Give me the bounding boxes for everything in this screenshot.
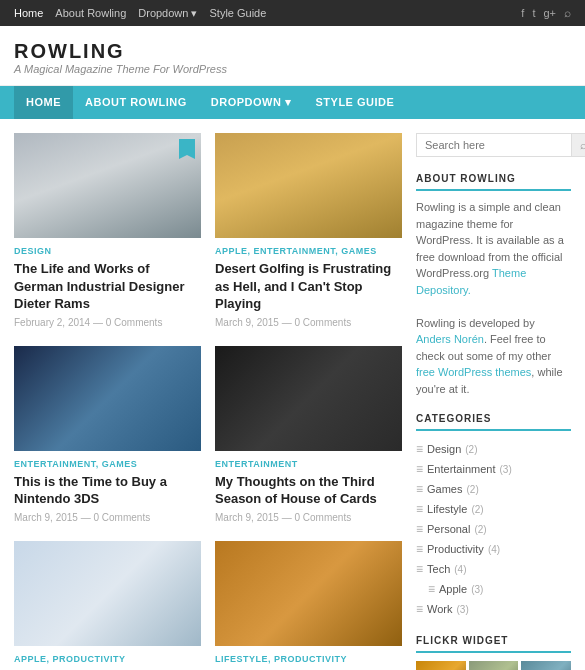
post-thumb-1[interactable] [14,133,201,238]
cat-lifestyle: Lifestyle (2) [416,499,571,519]
flickr-title: FLICKR WIDGET [416,635,571,653]
sidebar-flickr: FLICKR WIDGET [416,635,571,670]
free-themes-link[interactable]: free WordPress themes [416,366,531,378]
about-text: Rowling is a simple and clean magazine t… [416,199,571,397]
post-title-4[interactable]: My Thoughts on the Third Season of House… [215,473,402,508]
about-title: ABOUT ROWLING [416,173,571,191]
search-button[interactable]: ⌕ [572,133,585,157]
search-input[interactable] [416,133,572,157]
post-title-2[interactable]: Desert Golfing is Frustrating as Hell, a… [215,260,402,313]
cat-tech-link[interactable]: Tech [427,563,450,575]
cat-productivity-link[interactable]: Productivity [427,543,484,555]
bookmark-icon-1 [179,139,195,159]
main-content: DESIGN The Life and Works of German Indu… [14,133,402,670]
post-card-5: APPLE, PRODUCTIVITY How I Learned to Sto… [14,541,201,670]
post-card-6: LIFESTYLE, PRODUCTIVITY Review: The Erne… [215,541,402,670]
categories-title: CATEGORIES [416,413,571,431]
topnav-home[interactable]: Home [14,7,43,20]
post-meta-1: February 2, 2014 — 0 Comments [14,317,201,328]
nav-style-guide[interactable]: STYLE GUIDE [304,86,407,119]
post-meta-3: March 9, 2015 — 0 Comments [14,512,201,523]
nav-dropdown[interactable]: DROPDOWN ▾ [199,86,304,119]
post-title-3[interactable]: This is the Time to Buy a Nintendo 3DS [14,473,201,508]
topnav-dropdown[interactable]: Dropdown ▾ [138,7,197,20]
top-bar: Home About Rowling Dropdown ▾ Style Guid… [0,0,585,26]
post-meta-4: March 9, 2015 — 0 Comments [215,512,402,523]
cat-personal: Personal (2) [416,519,571,539]
theme-depository-link[interactable]: Theme Depository. [416,267,526,296]
post-category-1: DESIGN [14,246,201,256]
twitter-icon[interactable]: t [532,7,535,19]
content-area: DESIGN The Life and Works of German Indu… [0,119,585,670]
googleplus-icon[interactable]: g+ [543,7,556,19]
cat-games: Games (2) [416,479,571,499]
cat-entertainment-link[interactable]: Entertainment [427,463,495,475]
sidebar: ⌕ ABOUT ROWLING Rowling is a simple and … [416,133,571,670]
cat-lifestyle-link[interactable]: Lifestyle [427,503,467,515]
flickr-thumb-3[interactable] [521,661,571,670]
site-title: ROWLING [14,40,571,63]
cat-productivity: Productivity (4) [416,539,571,559]
cat-apple-link[interactable]: Apple [439,583,467,595]
cat-design-link[interactable]: Design [427,443,461,455]
post-category-3: ENTERTAINMENT, GAMES [14,459,201,469]
post-meta-2: March 9, 2015 — 0 Comments [215,317,402,328]
cat-entertainment: Entertainment (3) [416,459,571,479]
post-thumb-4[interactable] [215,346,402,451]
post-thumb-3[interactable] [14,346,201,451]
site-header: ROWLING A Magical Magazine Theme For Wor… [0,26,585,86]
cat-design: Design (2) [416,439,571,459]
category-list: Design (2) Entertainment (3) Games (2) L… [416,439,571,619]
top-bar-social: f t g+ ⌕ [521,6,571,20]
flickr-thumb-1[interactable] [416,661,466,670]
facebook-icon[interactable]: f [521,7,524,19]
sidebar-search: ⌕ [416,133,571,157]
post-thumb-2[interactable] [215,133,402,238]
cat-work: Work (3) [416,599,571,619]
post-category-5: APPLE, PRODUCTIVITY [14,654,201,664]
topnav-about[interactable]: About Rowling [55,7,126,20]
main-nav: HOME ABOUT ROWLING DROPDOWN ▾ STYLE GUID… [0,86,585,119]
anders-link[interactable]: Anders Norén [416,333,484,345]
nav-home[interactable]: HOME [14,86,73,119]
cat-personal-link[interactable]: Personal [427,523,470,535]
post-card-2: APPLE, ENTERTAINMENT, GAMES Desert Golfi… [215,133,402,328]
post-thumb-5[interactable] [14,541,201,646]
flickr-grid [416,661,571,670]
post-card-3: ENTERTAINMENT, GAMES This is the Time to… [14,346,201,523]
post-card-1: DESIGN The Life and Works of German Indu… [14,133,201,328]
site-tagline: A Magical Magazine Theme For WordPress [14,63,571,75]
cat-games-link[interactable]: Games [427,483,462,495]
post-title-1[interactable]: The Life and Works of German Industrial … [14,260,201,313]
cat-tech: Tech (4) [416,559,571,579]
post-grid: DESIGN The Life and Works of German Indu… [14,133,402,670]
post-category-4: ENTERTAINMENT [215,459,402,469]
flickr-thumb-2[interactable] [469,661,519,670]
cat-work-link[interactable]: Work [427,603,452,615]
post-category-6: LIFESTYLE, PRODUCTIVITY [215,654,402,664]
sidebar-categories: CATEGORIES Design (2) Entertainment (3) … [416,413,571,619]
sidebar-about: ABOUT ROWLING Rowling is a simple and cl… [416,173,571,397]
topnav-style[interactable]: Style Guide [209,7,266,20]
nav-about[interactable]: ABOUT ROWLING [73,86,199,119]
search-icon[interactable]: ⌕ [564,6,571,20]
top-bar-nav: Home About Rowling Dropdown ▾ Style Guid… [14,7,266,20]
post-category-2: APPLE, ENTERTAINMENT, GAMES [215,246,402,256]
post-thumb-6[interactable] [215,541,402,646]
post-card-4: ENTERTAINMENT My Thoughts on the Third S… [215,346,402,523]
cat-apple: Apple (3) [416,579,571,599]
